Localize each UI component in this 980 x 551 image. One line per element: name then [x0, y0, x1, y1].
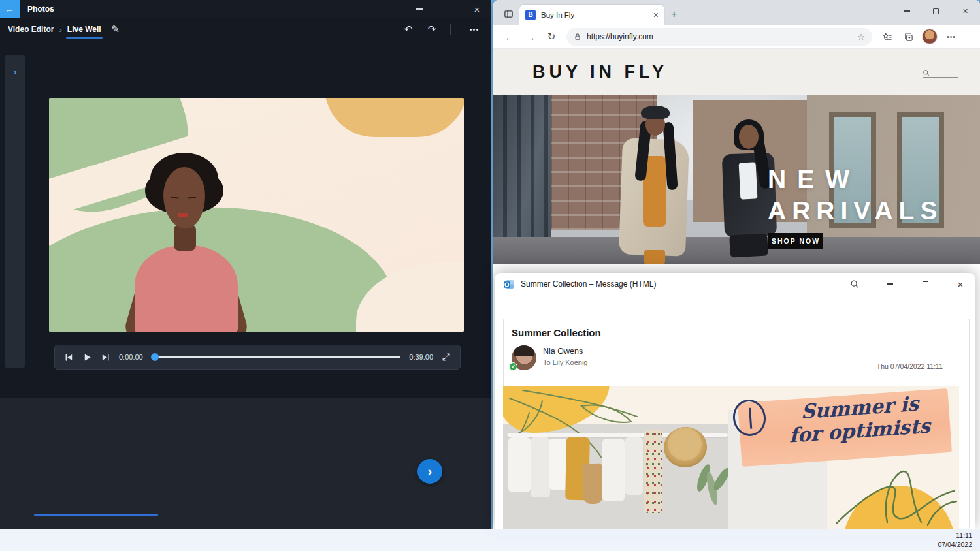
clock[interactable]: 11:11 07/04/2022	[938, 531, 972, 549]
maximize-icon	[446, 7, 451, 12]
storyboard	[34, 434, 467, 511]
maximize-icon	[933, 8, 939, 14]
fullscreen-button[interactable]	[442, 353, 451, 362]
close-button[interactable]: ×	[463, 0, 491, 18]
recipient[interactable]: To Lily Koenig	[543, 358, 588, 366]
photos-subheader: Video Editor › Live Well ✎ ↶ ↷ •••	[0, 18, 491, 40]
total-time: 0:39.00	[409, 353, 433, 361]
toolbar-divider	[450, 24, 451, 35]
photos-titlebar: ← Photos ×	[0, 0, 491, 18]
minimize-button[interactable]	[405, 0, 434, 18]
system-tray: 11:11 07/04/2022	[934, 529, 977, 551]
chevron-right-icon: ›	[428, 464, 432, 479]
next-frame-button[interactable]	[101, 353, 110, 362]
play-button[interactable]	[82, 353, 92, 362]
redo-button[interactable]: ↷	[423, 24, 441, 35]
seek-knob[interactable]	[151, 353, 159, 361]
preview-tan-semicircle	[325, 98, 464, 137]
favorites-button[interactable]	[877, 27, 897, 46]
back-button[interactable]: ←	[500, 27, 519, 46]
current-time: 0:00.00	[119, 353, 143, 361]
seek-slider[interactable]	[152, 356, 401, 358]
shop-now-button[interactable]: SHOP NOW	[768, 233, 823, 249]
video-preview[interactable]	[49, 98, 464, 332]
hero-headline-line1: NEW	[768, 165, 860, 194]
tab-favicon: B	[525, 10, 536, 20]
tab-close-icon[interactable]: ×	[653, 10, 659, 20]
undo-button[interactable]: ↶	[399, 24, 417, 35]
hero-person-right-head	[739, 125, 759, 149]
previous-frame-button[interactable]	[64, 353, 74, 362]
new-tab-button[interactable]: +	[671, 8, 677, 20]
address-bar[interactable]: https://buyinfly.com ☆	[566, 28, 872, 46]
close-icon: ×	[474, 4, 480, 15]
edit-toolbar	[68, 402, 482, 426]
outlook-titlebar: Summer Collection – Message (HTML) ×	[495, 273, 975, 295]
outlook-logo-icon	[503, 279, 514, 290]
forward-button[interactable]: →	[521, 27, 540, 46]
pencil-icon: ✎	[111, 24, 120, 35]
person-neck	[174, 225, 196, 251]
undo-icon: ↶	[404, 24, 413, 35]
collections-button[interactable]	[898, 27, 918, 46]
maximize-button[interactable]	[434, 0, 463, 18]
breadcrumb-section[interactable]: Video Editor	[8, 25, 54, 34]
email-body-image: Summer is for optimists	[503, 386, 959, 529]
loop-doodle-icon	[830, 465, 959, 529]
hero-image: NEW ARRIVALS SHOP NOW	[493, 95, 980, 264]
person-torso	[135, 245, 238, 332]
settings-menu-button[interactable]: •••	[941, 27, 961, 46]
tab-strip: B Buy In Fly × + ×	[493, 0, 980, 25]
hero-person-right-shirt	[739, 162, 758, 199]
edit-panel: ›	[0, 398, 491, 529]
hanging-garment	[531, 437, 550, 497]
storyboard-next-button[interactable]: ›	[417, 459, 442, 484]
back-arrow-icon: ←	[5, 4, 14, 14]
search-icon	[923, 69, 930, 76]
taskbar: 11:11 07/04/2022	[0, 529, 980, 551]
hero-person-left-cap	[641, 106, 670, 119]
rename-project-button[interactable]: ✎	[106, 24, 125, 35]
maximize-icon	[923, 281, 928, 287]
floral-textile	[644, 430, 662, 513]
refresh-button[interactable]: ↻	[542, 27, 561, 46]
shop-header: BUY IN FLY	[493, 49, 980, 95]
hero-headline-line2: ARRIVALS	[768, 197, 943, 225]
more-icon: •••	[470, 25, 480, 33]
playback-bar: 0:00.00 0:39.00	[54, 345, 461, 370]
hanging-garment	[625, 437, 643, 495]
minimize-button[interactable]	[892, 0, 921, 22]
browser-tab[interactable]: B Buy In Fly ×	[519, 5, 664, 25]
maximize-button[interactable]	[921, 0, 951, 22]
selected-clip-indicator	[34, 514, 158, 516]
close-icon: ×	[962, 6, 968, 16]
add-favorite-icon[interactable]: ☆	[857, 33, 865, 41]
maximize-button[interactable]	[911, 273, 939, 295]
back-button[interactable]: ←	[0, 0, 20, 18]
sender-name[interactable]: Nia Owens	[543, 347, 583, 356]
tray-date: 07/04/2022	[938, 541, 972, 550]
sent-timestamp: Thu 07/04/2022 11:11	[877, 362, 943, 370]
more-options-button[interactable]: •••	[465, 25, 483, 33]
side-panel-collapsed[interactable]: ›	[5, 55, 25, 368]
shop-logo[interactable]: BUY IN FLY	[532, 62, 668, 82]
browser-toolbar: ← → ↻ https://buyinfly.com ☆ •••	[493, 25, 980, 49]
person-lips	[178, 213, 188, 217]
minimize-icon	[904, 10, 910, 11]
redo-icon: ↷	[428, 24, 436, 35]
close-button[interactable]: ×	[946, 273, 975, 295]
tab-title: Buy In Fly	[541, 11, 648, 19]
close-button[interactable]: ×	[951, 0, 980, 22]
tab-actions-button[interactable]	[498, 4, 518, 24]
breadcrumb-project[interactable]: Live Well	[67, 25, 101, 34]
search-button[interactable]	[840, 273, 869, 295]
tray-time: 11:11	[938, 531, 972, 541]
hero-person-left-legs	[644, 250, 665, 264]
minimize-icon	[416, 8, 423, 9]
profile-avatar[interactable]	[922, 29, 938, 44]
hanging-garment	[602, 439, 625, 501]
shop-page: BUY IN FLY N	[493, 49, 980, 264]
minimize-button[interactable]	[875, 273, 904, 295]
shop-search-box[interactable]	[923, 67, 958, 78]
window-title: Summer Collection – Message (HTML)	[521, 279, 656, 289]
